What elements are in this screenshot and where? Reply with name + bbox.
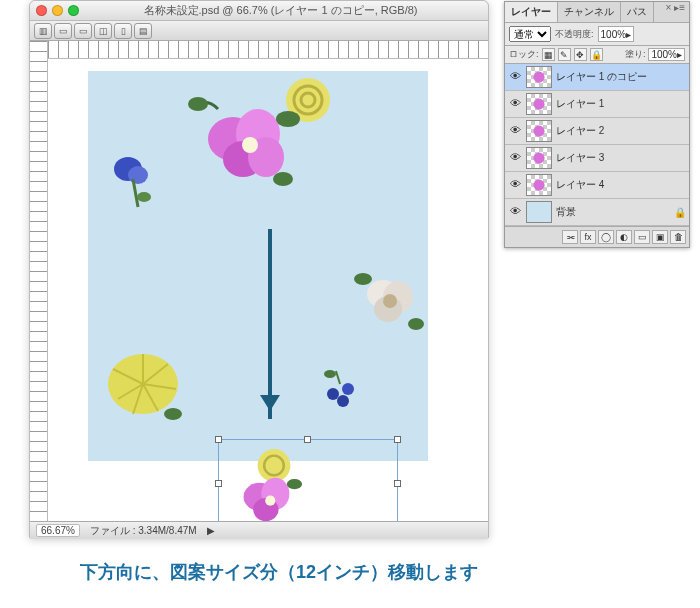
layer-row[interactable]: 👁レイヤー 4 [505, 172, 689, 199]
new-layer-icon[interactable]: ▣ [652, 230, 668, 244]
svg-point-17 [383, 294, 397, 308]
instruction-caption: 下方向に、図案サイズ分（12インチ）移動します [80, 560, 478, 584]
blend-mode-select[interactable]: 通常 [509, 26, 551, 42]
titlebar[interactable]: 名称未設定.psd @ 66.7% (レイヤー 1 のコピー, RGB/8) [30, 1, 488, 21]
svg-point-13 [273, 172, 293, 186]
tab-layers[interactable]: レイヤー [505, 2, 558, 22]
link-layers-icon[interactable]: ⫘ [562, 230, 578, 244]
tool-option-button[interactable]: ▥ [34, 23, 52, 39]
visibility-eye-icon[interactable]: 👁 [508, 97, 522, 111]
tab-paths[interactable]: パス [621, 2, 654, 22]
mask-icon[interactable]: ◯ [598, 230, 614, 244]
lock-paint-icon[interactable]: ✎ [558, 48, 571, 61]
artwork-pink-flower [188, 89, 308, 199]
document-window: 名称未設定.psd @ 66.7% (レイヤー 1 のコピー, RGB/8) ▥… [29, 0, 489, 538]
canvas-area [30, 41, 488, 521]
visibility-eye-icon[interactable]: 👁 [508, 178, 522, 192]
layer-row[interactable]: 👁背景🔒 [505, 199, 689, 226]
fx-icon[interactable]: fx [580, 230, 596, 244]
file-info[interactable]: ファイル : 3.34M/8.47M [90, 524, 197, 538]
layer-name[interactable]: レイヤー 4 [556, 178, 686, 192]
minimize-icon[interactable] [52, 5, 63, 16]
visibility-eye-icon[interactable]: 👁 [508, 151, 522, 165]
tool-option-button[interactable]: ▤ [134, 23, 152, 39]
transform-handle[interactable] [215, 480, 222, 487]
status-bar: 66.67% ファイル : 3.34M/8.47M ▶ [30, 521, 488, 539]
svg-point-40 [533, 71, 544, 82]
panel-footer: ⫘ fx ◯ ◐ ▭ ▣ 🗑 [505, 226, 689, 247]
panel-tabs: レイヤー チャンネル パス × ▸≡ [505, 2, 689, 23]
artwork-white-flower [348, 259, 428, 339]
layer-name[interactable]: レイヤー 2 [556, 124, 686, 138]
svg-point-39 [287, 479, 302, 489]
svg-point-42 [533, 125, 544, 136]
svg-point-10 [242, 137, 258, 153]
trash-icon[interactable]: 🗑 [670, 230, 686, 244]
transform-handle[interactable] [394, 480, 401, 487]
svg-point-2 [137, 192, 151, 202]
document-title: 名称未設定.psd @ 66.7% (レイヤー 1 のコピー, RGB/8) [79, 3, 482, 18]
panel-menu-icon[interactable]: × ▸≡ [662, 2, 689, 22]
layer-thumbnail[interactable] [526, 93, 552, 115]
panel-options-row: 通常 不透明度: 100% ▸ [505, 23, 689, 46]
opacity-field[interactable]: 100% ▸ [598, 26, 635, 42]
tool-option-button[interactable]: ▯ [114, 23, 132, 39]
fill-field[interactable]: 100% ▸ [648, 48, 685, 61]
svg-point-19 [408, 318, 424, 330]
tool-option-button[interactable]: ▭ [54, 23, 72, 39]
svg-point-38 [265, 496, 275, 506]
svg-point-43 [533, 152, 544, 163]
artwork-blue-berries [318, 369, 363, 414]
artwork-yellow-chrysanthemum [98, 339, 188, 429]
visibility-eye-icon[interactable]: 👁 [508, 205, 522, 219]
svg-point-29 [327, 388, 339, 400]
layer-thumbnail[interactable] [526, 174, 552, 196]
zoom-level[interactable]: 66.67% [36, 524, 80, 537]
tool-option-button[interactable]: ◫ [94, 23, 112, 39]
layer-thumbnail[interactable] [526, 120, 552, 142]
fill-label: 塗り: [625, 48, 646, 61]
layers-list: 👁レイヤー 1 のコピー👁レイヤー 1👁レイヤー 2👁レイヤー 3👁レイヤー 4… [505, 64, 689, 226]
svg-point-12 [276, 111, 300, 127]
svg-point-30 [337, 395, 349, 407]
layer-row[interactable]: 👁レイヤー 1 [505, 91, 689, 118]
transform-bounding-box[interactable] [218, 439, 398, 521]
svg-point-44 [533, 179, 544, 190]
tool-option-button[interactable]: ▭ [74, 23, 92, 39]
layer-row[interactable]: 👁レイヤー 2 [505, 118, 689, 145]
canvas[interactable] [48, 59, 488, 521]
svg-point-18 [354, 273, 372, 285]
lock-all-icon[interactable]: 🔒 [590, 48, 603, 61]
chevron-right-icon[interactable]: ▶ [207, 525, 215, 536]
layer-row[interactable]: 👁レイヤー 3 [505, 145, 689, 172]
layer-name[interactable]: 背景 [556, 205, 670, 219]
transform-handle[interactable] [215, 436, 222, 443]
lock-label: ロック: [509, 48, 539, 61]
window-controls [36, 5, 79, 16]
layer-thumbnail[interactable] [526, 201, 552, 223]
lock-transparency-icon[interactable]: ▦ [542, 48, 555, 61]
layer-name[interactable]: レイヤー 1 のコピー [556, 70, 686, 84]
layer-name[interactable]: レイヤー 1 [556, 97, 686, 111]
ruler-vertical[interactable] [30, 41, 48, 521]
group-icon[interactable]: ▭ [634, 230, 650, 244]
tab-channels[interactable]: チャンネル [558, 2, 621, 22]
visibility-eye-icon[interactable]: 👁 [508, 70, 522, 84]
adjustment-icon[interactable]: ◐ [616, 230, 632, 244]
svg-point-41 [533, 98, 544, 109]
annotation-arrow-down [268, 229, 272, 419]
layer-row[interactable]: 👁レイヤー 1 のコピー [505, 64, 689, 91]
layers-panel: レイヤー チャンネル パス × ▸≡ 通常 不透明度: 100% ▸ ロック: … [504, 1, 690, 248]
lock-position-icon[interactable]: ✥ [574, 48, 587, 61]
maximize-icon[interactable] [68, 5, 79, 16]
layer-name[interactable]: レイヤー 3 [556, 151, 686, 165]
svg-point-32 [324, 370, 336, 378]
svg-point-1 [128, 166, 148, 184]
ruler-horizontal[interactable] [48, 41, 488, 59]
layer-thumbnail[interactable] [526, 66, 552, 88]
layer-thumbnail[interactable] [526, 147, 552, 169]
transform-handle[interactable] [304, 436, 311, 443]
visibility-eye-icon[interactable]: 👁 [508, 124, 522, 138]
close-icon[interactable] [36, 5, 47, 16]
transform-handle[interactable] [394, 436, 401, 443]
